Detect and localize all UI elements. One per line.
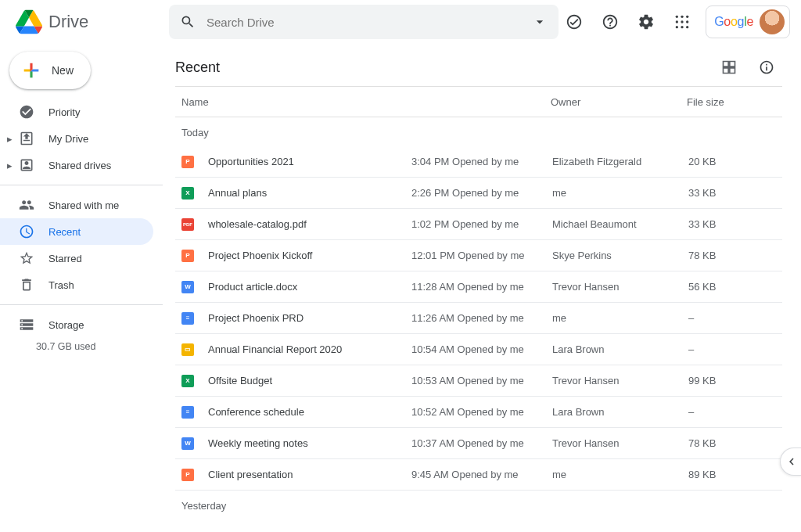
- file-size: 56 KB: [688, 281, 782, 293]
- sidebar-item-recent[interactable]: Recent: [0, 218, 153, 245]
- svg-point-4: [681, 20, 683, 23]
- file-size: –: [688, 312, 782, 324]
- settings-button[interactable]: [630, 6, 662, 38]
- section-label: Today: [175, 117, 782, 146]
- file-row[interactable]: ▭Annual Financial Report 202010:54 AM Op…: [175, 334, 782, 365]
- file-row[interactable]: PDFwholesale-catalog.pdf1:02 PM Opened b…: [175, 209, 782, 240]
- apps-button[interactable]: [666, 6, 698, 38]
- file-row[interactable]: POpportunities 20213:04 PM Opened by meE…: [175, 146, 782, 178]
- file-name: wholesale-catalog.pdf: [208, 218, 411, 230]
- file-owner: Elizabeth Fitzgerald: [552, 156, 688, 167]
- file-last-opened: 11:28 AM Opened by me: [411, 281, 552, 293]
- file-row[interactable]: ≡Conference schedule10:52 AM Opened by m…: [175, 397, 782, 428]
- svg-point-0: [676, 16, 678, 18]
- file-last-opened: 9:45 AM Opened by me: [411, 469, 552, 480]
- col-owner-header[interactable]: Owner: [551, 96, 687, 108]
- file-last-opened: 11:26 AM Opened by me: [411, 312, 552, 324]
- file-last-opened: 10:37 AM Opened by me: [411, 437, 552, 449]
- trash-icon: [19, 277, 34, 293]
- star-icon: [19, 250, 34, 266]
- file-owner: me: [552, 312, 688, 324]
- file-last-opened: 10:53 AM Opened by me: [411, 375, 552, 386]
- content-area: Recent Name Owner File size TodayPOpport…: [163, 44, 801, 532]
- svg-point-3: [676, 20, 678, 23]
- sidebar: New Priority ▸ My Drive ▸ Shared drives …: [0, 44, 163, 532]
- file-size: 20 KB: [688, 156, 782, 167]
- file-row[interactable]: WWeekly meeting notes10:37 AM Opened by …: [175, 428, 782, 459]
- file-row[interactable]: PProject Phoenix Kickoff12:01 PM Opened …: [175, 240, 782, 271]
- file-list: TodayPOpportunities 20213:04 PM Opened b…: [175, 117, 782, 519]
- help-button[interactable]: [594, 6, 626, 38]
- file-last-opened: 3:04 PM Opened by me: [411, 156, 552, 167]
- col-name-header[interactable]: Name: [175, 96, 551, 108]
- file-name: Offsite Budget: [208, 375, 411, 386]
- grid-view-button[interactable]: [713, 52, 745, 83]
- svg-point-2: [686, 16, 688, 18]
- priority-icon: [19, 104, 34, 120]
- file-type-icon: W: [181, 281, 194, 293]
- caret-icon[interactable]: ▸: [5, 133, 14, 145]
- file-size: 89 KB: [688, 469, 782, 480]
- file-name: Weekly meeting notes: [208, 437, 411, 449]
- new-button[interactable]: New: [9, 52, 91, 89]
- file-name: Product article.docx: [208, 281, 411, 293]
- sidebar-item-storage[interactable]: Storage: [0, 311, 153, 338]
- file-name: Project Phoenix PRD: [208, 312, 411, 324]
- file-row[interactable]: XAnnual plans2:26 PM Opened by meme33 KB: [175, 178, 782, 209]
- file-size: –: [688, 406, 782, 418]
- file-type-icon: X: [181, 187, 194, 200]
- logo-area[interactable]: Drive: [6, 9, 169, 35]
- header-actions: Google: [559, 5, 795, 38]
- my-drive-icon: [19, 131, 34, 146]
- file-type-icon: X: [181, 375, 194, 387]
- file-owner: me: [552, 469, 688, 480]
- content-header: Recent: [175, 49, 782, 86]
- sidebar-item-starred[interactable]: Starred: [0, 245, 153, 271]
- search-options-icon[interactable]: [532, 14, 548, 30]
- shared-drives-icon: [19, 157, 34, 173]
- file-size: 33 KB: [688, 218, 782, 230]
- sidebar-item-shared-drives[interactable]: ▸ Shared drives: [0, 152, 153, 178]
- file-row[interactable]: ≡Project Phoenix PRD11:26 AM Opened by m…: [175, 303, 782, 334]
- details-button[interactable]: [751, 52, 782, 83]
- file-size: –: [688, 343, 782, 355]
- offline-status-button[interactable]: [559, 6, 590, 38]
- file-last-opened: 10:52 AM Opened by me: [411, 406, 552, 418]
- search-bar[interactable]: [169, 5, 559, 39]
- file-last-opened: 2:26 PM Opened by me: [411, 187, 552, 199]
- column-headers: Name Owner File size: [175, 86, 782, 117]
- file-row[interactable]: WProduct article.docx11:28 AM Opened by …: [175, 271, 782, 303]
- file-row[interactable]: XOffsite Budget10:53 AM Opened by meTrev…: [175, 365, 782, 397]
- sidebar-item-trash[interactable]: Trash: [0, 271, 153, 298]
- sidebar-item-shared-with-me[interactable]: Shared with me: [0, 192, 153, 218]
- storage-icon: [19, 317, 34, 332]
- file-owner: Trevor Hansen: [552, 375, 688, 386]
- file-owner: Lara Brown: [552, 406, 688, 418]
- file-owner: Lara Brown: [552, 343, 688, 355]
- svg-point-1: [681, 16, 683, 18]
- file-type-icon: P: [181, 250, 194, 262]
- file-row[interactable]: PClient presentation9:45 AM Opened by me…: [175, 459, 782, 491]
- main-layout: New Priority ▸ My Drive ▸ Shared drives …: [0, 44, 801, 532]
- search-input[interactable]: [207, 16, 521, 29]
- sidebar-item-priority[interactable]: Priority: [0, 99, 153, 125]
- recent-icon: [19, 224, 34, 239]
- new-button-label: New: [52, 64, 74, 77]
- shared-with-me-icon: [19, 197, 34, 213]
- file-type-icon: ≡: [181, 312, 194, 325]
- file-name: Opportunities 2021: [208, 156, 411, 167]
- page-title: Recent: [175, 59, 220, 76]
- file-owner: me: [552, 187, 688, 199]
- sidebar-item-my-drive[interactable]: ▸ My Drive: [0, 125, 153, 152]
- col-size-header[interactable]: File size: [687, 96, 782, 108]
- account-chip[interactable]: Google: [706, 5, 790, 38]
- caret-icon[interactable]: ▸: [5, 160, 14, 171]
- file-type-icon: ▭: [181, 343, 194, 356]
- avatar[interactable]: [760, 9, 785, 34]
- file-owner: Michael Beaumont: [552, 218, 688, 230]
- file-last-opened: 10:54 AM Opened by me: [411, 343, 552, 355]
- app-name: Drive: [48, 12, 88, 32]
- file-size: 33 KB: [688, 187, 782, 199]
- file-size: 78 KB: [688, 437, 782, 449]
- svg-point-8: [686, 26, 688, 28]
